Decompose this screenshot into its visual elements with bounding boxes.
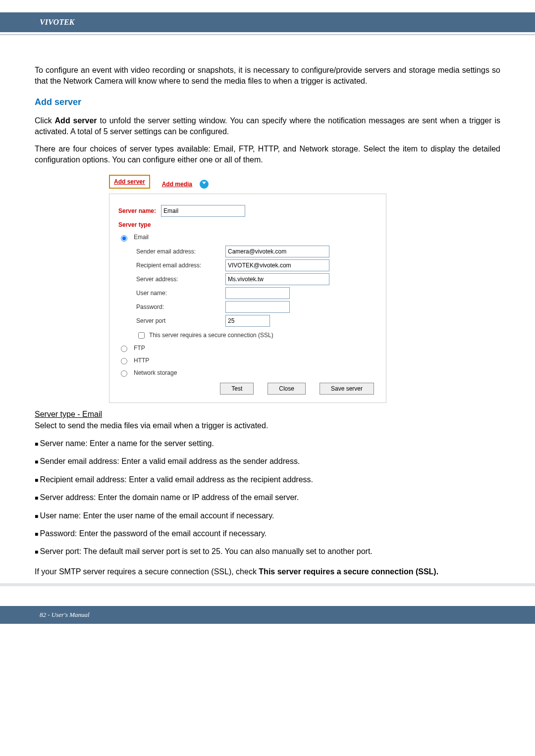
tab-add-media-wrap[interactable]: Add media <box>158 180 209 189</box>
list-item: User name: Enter the user name of the em… <box>35 510 500 521</box>
recipient-label: Recipient email address: <box>136 261 225 270</box>
field-descriptions: Server name: Enter a name for the server… <box>35 438 500 557</box>
close-button[interactable]: Close <box>268 383 306 395</box>
serveraddr-label: Server address: <box>136 275 225 284</box>
radio-http[interactable] <box>121 358 127 364</box>
email-fields: Sender email address: Recipient email ad… <box>136 246 377 327</box>
port-label: Server port <box>136 317 225 325</box>
brand-header: VIVOTEK <box>0 12 535 32</box>
list-item: Server port: The default mail server por… <box>35 546 500 557</box>
ssl-label: This server requires a secure connection… <box>149 331 273 340</box>
server-type-email-desc: Select to send the media files via email… <box>35 420 500 431</box>
tab-row: Add server Add media <box>109 175 386 192</box>
button-row: Test Close Save server <box>118 383 377 395</box>
ssl-note-a: If your SMTP server requires a secure co… <box>35 567 259 576</box>
page-content: To configure an event with video recordi… <box>0 35 535 577</box>
list-item: Server name: Enter a name for the server… <box>35 438 500 449</box>
sender-input[interactable] <box>225 246 329 257</box>
list-item: Password: Enter the password of the emai… <box>35 528 500 539</box>
radio-email-label: Email <box>134 233 149 242</box>
radio-ftp-label: FTP <box>134 344 145 353</box>
section-heading-add-server: Add server <box>35 96 500 108</box>
paragraph-1: Click Add server to unfold the server se… <box>35 115 500 138</box>
password-label: Password: <box>136 303 225 311</box>
username-input[interactable] <box>225 287 290 299</box>
radio-email[interactable] <box>121 235 127 242</box>
tab-add-server[interactable]: Add server <box>109 175 150 189</box>
recipient-input[interactable] <box>225 259 329 271</box>
test-button[interactable]: Test <box>220 383 254 395</box>
list-item: Sender email address: Enter a valid emai… <box>35 456 500 467</box>
server-name-label: Server name: <box>118 207 156 215</box>
footer-divider <box>0 583 535 586</box>
server-type-email-heading: Server type - Email <box>35 409 500 420</box>
server-settings-panel: Server name: Server type Email Sender em… <box>109 194 386 403</box>
serveraddr-input[interactable] <box>225 273 329 285</box>
radio-http-label: HTTP <box>134 356 149 365</box>
radio-network-storage[interactable] <box>121 370 127 377</box>
server-name-input[interactable] <box>161 205 245 217</box>
tab-add-media[interactable]: Add media <box>158 179 196 190</box>
list-item: Recipient email address: Enter a valid e… <box>35 474 500 485</box>
radio-ftp[interactable] <box>121 346 127 352</box>
save-server-button[interactable]: Save server <box>320 383 374 395</box>
page-footer: 82 - User's Manual <box>0 606 535 624</box>
settings-panel-screenshot: Add server Add media Server name: Server… <box>109 175 500 403</box>
intro-paragraph: To configure an event with video recordi… <box>35 65 500 87</box>
username-label: User name: <box>136 289 225 298</box>
server-type-label: Server type <box>118 221 151 229</box>
paragraph-2: There are four choices of server types a… <box>35 144 500 166</box>
port-input[interactable] <box>225 315 270 327</box>
dropdown-icon[interactable] <box>200 180 209 189</box>
sender-label: Sender email address: <box>136 248 225 256</box>
password-input[interactable] <box>225 301 290 313</box>
ssl-checkbox[interactable] <box>138 332 145 339</box>
ssl-note: If your SMTP server requires a secure co… <box>35 566 500 577</box>
list-item: Server address: Enter the domain name or… <box>35 492 500 503</box>
ssl-note-b: This server requires a secure connection… <box>259 567 438 576</box>
radio-network-storage-label: Network storage <box>134 369 177 377</box>
